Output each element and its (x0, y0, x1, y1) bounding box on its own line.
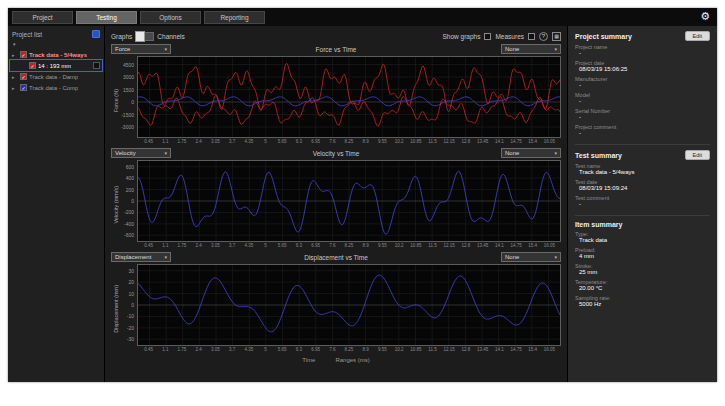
charts-toolbar: Graphs Channels Show graphs Measures ? ▦ (111, 29, 561, 43)
row-badge-icon (93, 62, 100, 69)
expander-icon[interactable]: ▸ (12, 52, 18, 58)
summary-field: Test comment- (575, 195, 710, 208)
tree-item-label: Track data - Comp (29, 85, 78, 91)
field-value: - (575, 114, 710, 121)
displacement-compare-select[interactable]: None▾ (501, 252, 561, 262)
summary-field: Serial Number- (575, 108, 710, 121)
test-edit-button[interactable]: Edit (685, 150, 710, 160)
force-y-axis-label: Force (N) (111, 56, 120, 145)
displacement-channel-select[interactable]: Displacement▾ (111, 252, 171, 262)
tree-root-caret-icon[interactable]: ▾ (10, 41, 102, 49)
layout-icon[interactable]: ▦ (552, 32, 561, 41)
graphs-label: Graphs (111, 33, 132, 40)
velocity-chart-block: Velocity▾ Velocity vs Time None▾ Velocit… (111, 147, 561, 249)
tab-project[interactable]: Project (12, 11, 73, 24)
channels-label: Channels (157, 33, 184, 40)
field-value: - (575, 130, 710, 137)
summary-field: Test nameTrack data - 5/4ways (575, 163, 710, 176)
velocity-channel-select[interactable]: Velocity▾ (111, 148, 171, 158)
summary-field: Preload:4 mm (575, 247, 710, 260)
toggle-knob[interactable] (135, 31, 145, 42)
tree-item-stroke-entry[interactable]: ✓ 14 : 193 mm (10, 60, 102, 71)
displacement-chart-title: Displacement vs Time (171, 254, 501, 261)
trace-checkbox[interactable]: ✓ (20, 73, 27, 80)
chevron-down-icon: ▾ (554, 254, 557, 260)
displacement-plot-area[interactable] (137, 264, 561, 346)
chevron-down-icon: ▾ (554, 150, 557, 156)
trace-checkbox[interactable]: ✓ (29, 62, 36, 69)
force-plot-area[interactable] (137, 56, 561, 138)
tab-testing[interactable]: Testing (76, 11, 137, 24)
project-summary-section: Project summary Edit Project name-Projec… (575, 31, 710, 145)
force-compare-select[interactable]: None▾ (501, 44, 561, 54)
field-value: Track data (575, 237, 710, 244)
x-axis-title: Time (302, 357, 315, 363)
project-summary-title: Project summary (575, 33, 632, 40)
help-icon[interactable]: ? (539, 32, 548, 41)
field-value: Track data - 5/4ways (575, 169, 710, 176)
tree-item-track-data-comp[interactable]: ▸ ✓ Track data - Comp (10, 82, 102, 93)
tree-item-label: 14 : 193 mm (38, 63, 71, 69)
expander-icon[interactable]: ▸ (12, 74, 18, 80)
velocity-compare-select[interactable]: None▾ (501, 148, 561, 158)
displacement-chart-block: Displacement▾ Displacement vs Time None▾… (111, 251, 561, 353)
project-list-panel: Project list ▾ ▸ ✓ Track data - 5/4ways … (8, 26, 105, 382)
app-window: Project Testing Options Reporting ⚙ Proj… (8, 8, 717, 382)
summary-field: Test date08/03/19 15:09:24 (575, 179, 710, 192)
expander-icon[interactable]: ▸ (12, 85, 18, 91)
tab-options[interactable]: Options (140, 11, 201, 24)
summary-field: Project date08/03/19 15:06:25 (575, 60, 710, 73)
tree-item-track-data-damp[interactable]: ▸ ✓ Track data - Damp (10, 71, 102, 82)
velocity-chart-title: Velocity vs Time (171, 150, 501, 157)
summary-field: Temperature:20.00 °C (575, 279, 710, 292)
top-navbar: Project Testing Options Reporting ⚙ (8, 8, 717, 26)
measures-label: Measures (495, 33, 524, 40)
chevron-down-icon: ▾ (164, 46, 167, 52)
force-y-ticks: 4500300015000-1500-3000 (120, 56, 137, 138)
graphs-channels-toggle[interactable] (135, 32, 154, 41)
field-value: 08/03/19 15:06:25 (575, 66, 710, 73)
trace-checkbox[interactable]: ✓ (20, 51, 27, 58)
summary-field: Stroke:25 mm (575, 263, 710, 276)
project-edit-button[interactable]: Edit (685, 31, 710, 41)
field-value: 25 mm (575, 269, 710, 276)
settings-gear-icon[interactable]: ⚙ (700, 11, 710, 22)
show-graphs-label: Show graphs (443, 33, 481, 40)
chevron-down-icon: ▾ (164, 254, 167, 260)
project-list-title: Project list (12, 31, 42, 38)
summary-field: Manufacturer- (575, 76, 710, 89)
item-summary-section: Item summary Type:Track dataPreload:4 mm… (575, 221, 710, 315)
velocity-plot-area[interactable] (137, 160, 561, 242)
force-channel-select[interactable]: Force▾ (111, 44, 171, 54)
summary-field: Project comment- (575, 124, 710, 137)
velocity-y-ticks: 6004002000-200-400-600 (120, 160, 137, 242)
field-value: 5000 Hz (575, 301, 710, 308)
tree-item-track-data-54ways[interactable]: ▸ ✓ Track data - 5/4ways (10, 49, 102, 60)
summary-panel: Project summary Edit Project name-Projec… (567, 26, 717, 382)
test-summary-title: Test summary (575, 152, 622, 159)
panel-badge-icon[interactable] (92, 30, 100, 38)
displacement-x-ticks: 0.451.11.752.43.053.74.3555.656.36.957.6… (137, 346, 561, 353)
summary-field: Model- (575, 92, 710, 105)
field-value: - (575, 201, 710, 208)
trace-checkbox[interactable]: ✓ (20, 84, 27, 91)
measures-checkbox[interactable] (528, 33, 535, 40)
velocity-y-axis-label: Velocity (mm/s) (111, 160, 120, 249)
field-value: 20.00 °C (575, 285, 710, 292)
x-axis-footer: Time Ranges (ms) (111, 355, 561, 365)
summary-field: Project name- (575, 44, 710, 57)
velocity-x-ticks: 0.451.11.752.43.053.74.3555.656.36.957.6… (137, 242, 561, 249)
show-graphs-checkbox[interactable] (484, 33, 491, 40)
tree-item-label: Track data - Damp (29, 74, 78, 80)
force-chart-block: Force▾ Force vs Time None▾ Force (N) 450… (111, 43, 561, 145)
tab-reporting[interactable]: Reporting (204, 11, 265, 24)
test-summary-section: Test summary Edit Test nameTrack data - … (575, 150, 710, 216)
field-value: 4 mm (575, 253, 710, 260)
displacement-y-ticks: 3020100-10-20-30 (120, 264, 137, 346)
field-value: - (575, 98, 710, 105)
item-summary-title: Item summary (575, 221, 622, 228)
field-value: - (575, 82, 710, 89)
charts-area: Graphs Channels Show graphs Measures ? ▦… (105, 26, 567, 382)
x-axis-unit: Ranges (ms) (335, 357, 369, 363)
summary-field: Type:Track data (575, 231, 710, 244)
